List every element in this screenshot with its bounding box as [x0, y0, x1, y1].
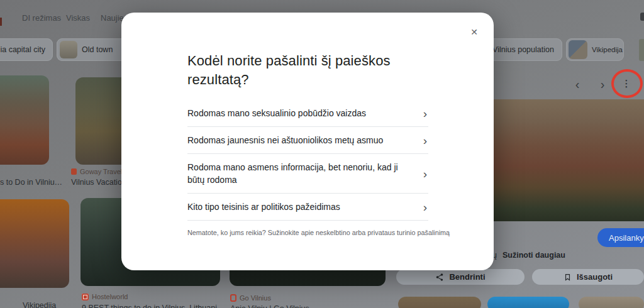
result-source[interactable]: Hostelworld	[82, 293, 128, 300]
visit-button[interactable]: Apsilankyti	[597, 228, 644, 247]
source-label: Go Vilnius	[240, 294, 271, 302]
tab-all[interactable]: Viskas	[66, 13, 90, 23]
result-caption[interactable]: s to Do in Vilniu…	[0, 178, 62, 187]
chip-label: ia capital city	[0, 45, 45, 54]
chevron-right-icon: ›	[423, 107, 428, 119]
result-caption[interactable]: 9 BEST things to do in Vilnius, Lithuani	[82, 304, 217, 308]
hostelworld-icon	[82, 294, 89, 300]
share-button-label: Bendrinti	[449, 272, 485, 282]
share-icon	[435, 273, 444, 282]
report-options-list: Rodomas mano seksualinio pobūdžio vaizda…	[187, 100, 428, 221]
report-result-dialog: ✕ Kodėl norite pašalinti šį paieškos rez…	[121, 13, 494, 270]
chevron-right-icon: ›	[423, 135, 428, 146]
option-label: Rodomas mano seksualinio pobūdžio vaizda…	[187, 107, 366, 119]
result-caption[interactable]: Apie Vilnių | Go Vilnius	[230, 304, 309, 308]
learn-more-row: ų Sužinoti daugiau	[492, 251, 565, 260]
google-images-page: DI režimas Viskas Naujie ia capital city…	[0, 0, 644, 308]
result-image[interactable]	[0, 199, 69, 288]
source-label: Hostelworld	[92, 293, 128, 300]
option-legal-policy[interactable]: Kito tipo teisinis ar politikos pažeidim…	[187, 194, 428, 220]
goway-travel-icon	[71, 168, 77, 175]
right-edge-icon-sliver	[640, 13, 644, 21]
chip-vikipedija[interactable]: Vikipedija	[566, 38, 624, 61]
option-sexual-imagery[interactable]: Rodomas mano seksualinio pobūdžio vaizda…	[187, 100, 428, 126]
result-caption[interactable]: Vikipedija	[23, 301, 56, 308]
save-button[interactable]: Išsaugoti	[532, 269, 644, 285]
option-label: Rodomas jaunesnis nei aštuoniolikos metų…	[187, 134, 383, 146]
chip-label: Old town	[82, 45, 113, 54]
result-source[interactable]: Goway Travel	[71, 168, 122, 175]
save-button-label: Išsaugoti	[577, 272, 613, 282]
chip-thumbnail	[569, 40, 587, 59]
chip-thumbnail	[60, 41, 77, 58]
dialog-title: Kodėl norite pašalinti šį paieškos rezul…	[187, 52, 428, 89]
result-image[interactable]	[0, 75, 49, 165]
chip-thumbnail-sliver	[639, 39, 644, 61]
next-image-button[interactable]: ›	[595, 78, 610, 91]
result-caption[interactable]: Vilnius Vacation	[71, 178, 126, 187]
related-thumbnail[interactable]	[579, 297, 644, 308]
chip-label: Vilnius population	[492, 45, 554, 54]
chip-label: Vikipedija	[592, 46, 623, 53]
option-label: Kito tipo teisinis ar politikos pažeidim…	[187, 201, 340, 213]
source-label: Goway Travel	[80, 168, 122, 175]
go-vilnius-icon	[230, 294, 236, 302]
chip-vilnius-population[interactable]: Vilnius population	[484, 38, 562, 61]
option-label: Rodoma mano asmens informacija, bet neno…	[187, 161, 414, 186]
share-button[interactable]: Bendrinti	[396, 269, 525, 285]
learn-more-link[interactable]: Sužinoti daugiau	[502, 251, 565, 260]
tab-ai-mode[interactable]: DI režimas	[22, 13, 61, 23]
tab-news[interactable]: Naujie	[101, 13, 124, 23]
chevron-right-icon: ›	[423, 201, 428, 213]
option-minor[interactable]: Rodomas jaunesnis nei aštuoniolikos metų…	[187, 127, 428, 153]
related-thumbnail[interactable]	[398, 297, 481, 308]
visit-button-label: Apsilankyti	[609, 233, 644, 243]
previous-image-button[interactable]: ‹	[570, 78, 585, 91]
chevron-right-icon: ›	[423, 168, 428, 180]
option-personal-info[interactable]: Rodoma mano asmens informacija, bet neno…	[187, 154, 428, 193]
related-thumbnail[interactable]	[487, 297, 569, 308]
dialog-footer-help-text[interactable]: Nematote, ko jums reikia? Sužinokite api…	[187, 229, 428, 236]
bookmark-icon	[564, 273, 572, 282]
close-icon[interactable]: ✕	[466, 24, 482, 40]
divider	[187, 220, 428, 221]
left-edge-image-sliver	[0, 18, 2, 26]
result-source[interactable]: Go Vilnius	[230, 294, 271, 302]
annotation-circle	[611, 69, 643, 98]
chip-capital-city[interactable]: ia capital city	[0, 38, 53, 61]
